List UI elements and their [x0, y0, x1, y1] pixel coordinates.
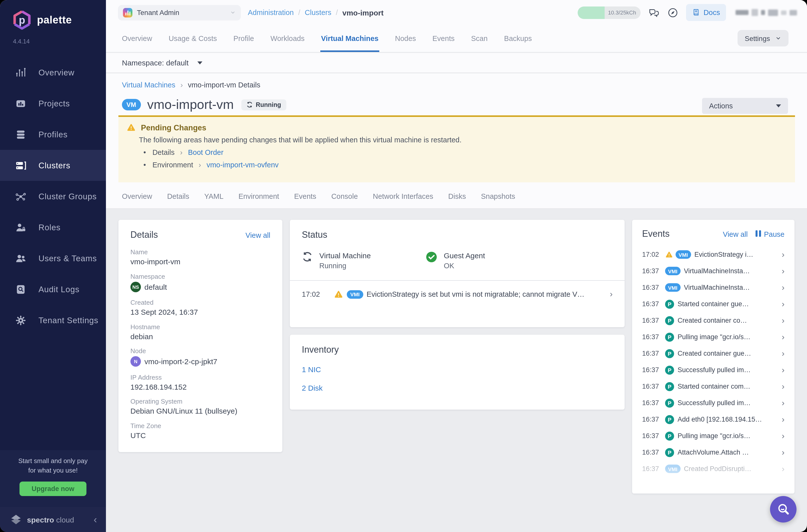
namespace-dropdown-icon[interactable] — [198, 61, 203, 64]
details-field: Namespace NS default — [130, 272, 270, 292]
tab-overview[interactable]: Overview — [122, 25, 152, 52]
status-event-row[interactable]: 17:02 VMI EvictionStrategy is set but vm… — [290, 281, 625, 299]
sidebar-item-profiles[interactable]: Profiles — [0, 119, 106, 150]
footer-brand: spectro cloud — [27, 515, 74, 524]
event-row[interactable]: 17:02 VMI EvictionStrategy i… › — [642, 246, 785, 263]
subtab-yaml[interactable]: YAML — [204, 192, 224, 200]
chat-icon[interactable] — [648, 7, 660, 18]
tab-backups[interactable]: Backups — [504, 25, 532, 52]
event-row[interactable]: 16:37 P Created container gue… › — [642, 345, 785, 362]
event-source-badge: P — [665, 316, 674, 325]
sidebar-item-tenant-settings[interactable]: Tenant Settings — [0, 305, 106, 336]
usage-meter[interactable]: 10.3/25kCh — [578, 6, 641, 19]
details-view-all-link[interactable]: View all — [246, 231, 270, 239]
subtab-environment[interactable]: Environment — [238, 192, 279, 200]
event-row[interactable]: 16:37 P Successfully pulled im… › — [642, 395, 785, 411]
event-time: 16:37 — [642, 350, 665, 357]
subtab-console[interactable]: Console — [331, 192, 358, 200]
sync-icon — [302, 251, 313, 262]
event-text: VirtualMachineInsta… — [684, 284, 777, 291]
breadcrumb-administration[interactable]: Administration — [248, 8, 294, 17]
tab-virtual-machines[interactable]: Virtual Machines — [321, 25, 378, 52]
sidebar-item-audit-logs[interactable]: Audit Logs — [0, 274, 106, 305]
event-row[interactable]: 16:37 P Started container gue… › — [642, 296, 785, 312]
clusters-icon — [15, 159, 26, 171]
check-circle-icon — [426, 251, 437, 263]
event-row[interactable]: 16:37 P Started container com… › — [642, 378, 785, 395]
field-value: UTC — [130, 431, 270, 439]
details-field: Created 13 Sept 2024, 16:37 — [130, 299, 270, 316]
event-text: Pulling image "gcr.io/s… — [678, 432, 778, 440]
event-source-badge: P — [665, 349, 674, 358]
event-row[interactable]: 16:37 VMI VirtualMachineInsta… › — [642, 279, 785, 296]
event-row[interactable]: 16:37 P Add eth0 [192.168.194.15… › — [642, 411, 785, 428]
vm-state-value: Running — [319, 262, 371, 270]
chevron-right-icon[interactable]: › — [606, 289, 613, 299]
details-card: Details View all Name vmo-import-vm Name… — [118, 220, 282, 452]
event-row[interactable]: 16:37 VMI Created PodDisrupti… › — [642, 460, 785, 477]
event-row[interactable]: 16:37 VMI VirtualMachineInsta… › — [642, 263, 785, 279]
subtab-snapshots[interactable]: Snapshots — [481, 192, 515, 200]
event-row[interactable]: 16:37 P Successfully pulled im… › — [642, 362, 785, 378]
tab-usage-costs[interactable]: Usage & Costs — [169, 25, 217, 52]
sidebar-item-users-teams[interactable]: Users & Teams — [0, 243, 106, 274]
tab-scan[interactable]: Scan — [471, 25, 487, 52]
events-view-all-link[interactable]: View all — [723, 230, 748, 238]
search-fab[interactable] — [770, 496, 796, 522]
chevron-right-icon: › — [778, 431, 785, 441]
actions-dropdown-label: Actions — [709, 102, 733, 110]
subtab-disks[interactable]: Disks — [448, 192, 466, 200]
vm-status-badge: Running — [241, 99, 286, 110]
events-pause-button[interactable]: Pause — [756, 230, 785, 238]
event-row[interactable]: 16:37 P Created container co… › — [642, 312, 785, 329]
sidebar-item-roles[interactable]: Roles — [0, 212, 106, 243]
upgrade-now-button[interactable]: Upgrade now — [19, 481, 86, 496]
subtab-overview[interactable]: Overview — [122, 192, 152, 200]
vm-breadcrumb-link[interactable]: Virtual Machines — [122, 81, 175, 89]
sidebar-item-projects[interactable]: Projects — [0, 88, 106, 119]
sidebar-item-clusters[interactable]: Clusters — [0, 150, 106, 181]
compass-icon[interactable] — [667, 7, 679, 18]
app-window: p palette 4.4.14 Overview — [0, 0, 807, 532]
event-source-badge: VMI — [665, 464, 680, 473]
field-label: Hostname — [130, 323, 270, 330]
breadcrumb-clusters[interactable]: Clusters — [305, 8, 331, 17]
docs-button[interactable]: Docs — [686, 4, 726, 21]
sidebar-collapse-icon[interactable]: ‹ — [94, 514, 97, 525]
settings-button[interactable]: Settings — [738, 30, 789, 46]
sidebar: p palette 4.4.14 Overview — [0, 0, 106, 532]
sidebar-item-overview[interactable]: Overview — [0, 57, 106, 88]
tab-workloads[interactable]: Workloads — [270, 25, 304, 52]
field-value: debian — [130, 332, 270, 340]
event-row[interactable]: 16:37 P AttachVolume.Attach … › — [642, 444, 785, 460]
event-text: Successfully pulled im… — [678, 366, 778, 374]
subtab-network-interfaces[interactable]: Network Interfaces — [373, 192, 433, 200]
actions-dropdown[interactable]: Actions — [702, 98, 788, 114]
chevron-right-icon: › — [778, 414, 785, 424]
chevron-right-icon: › — [778, 365, 785, 375]
sidebar-item-cluster-groups[interactable]: Cluster Groups — [0, 181, 106, 212]
warning-icon — [665, 250, 673, 259]
brand-logo: p palette — [0, 0, 106, 30]
app-version: 4.4.14 — [0, 30, 106, 45]
event-row[interactable]: 16:37 P Pulling image "gcr.io/s… › — [642, 428, 785, 444]
sidebar-nav: Overview Projects Profiles — [0, 57, 106, 336]
tab-events[interactable]: Events — [432, 25, 455, 52]
chevron-right-icon: › — [778, 398, 785, 408]
pending-change-link[interactable]: vmo-import-vm-ovfenv — [207, 161, 279, 169]
details-field: Time Zone UTC — [130, 422, 270, 439]
tab-profile[interactable]: Profile — [233, 25, 254, 52]
subtab-events[interactable]: Events — [294, 192, 316, 200]
nic-link[interactable]: 1 NIC — [302, 365, 613, 374]
pending-change-link[interactable]: Boot Order — [188, 148, 224, 156]
details-field: Name vmo-import-vm — [130, 248, 270, 266]
docs-button-label: Docs — [703, 8, 720, 17]
subtab-details[interactable]: Details — [167, 192, 189, 200]
tenant-selector[interactable]: Tenant Admin — [118, 5, 241, 20]
event-time: 16:37 — [642, 465, 665, 473]
disk-link[interactable]: 2 Disk — [302, 384, 613, 392]
gear-icon — [15, 315, 26, 326]
event-row[interactable]: 16:37 P Pulling image "gcr.io/s… › — [642, 329, 785, 345]
tab-nodes[interactable]: Nodes — [395, 25, 416, 52]
event-text: EvictionStrategy is set but vmi is not m… — [367, 290, 584, 298]
